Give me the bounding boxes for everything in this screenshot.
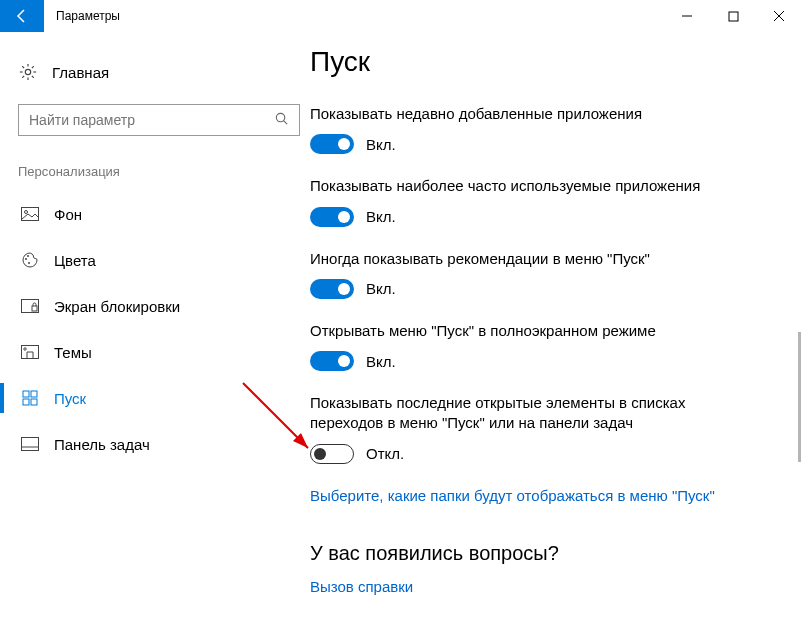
minimize-button[interactable] [664,0,710,32]
svg-rect-25 [31,391,37,397]
toggle-state-text: Откл. [366,445,404,462]
toggle-state-text: Вкл. [366,353,396,370]
sidebar-item-label: Экран блокировки [54,298,180,315]
svg-line-11 [22,76,24,78]
window-controls [664,0,802,32]
back-button[interactable] [0,0,44,32]
page-title: Пуск [310,46,772,78]
sidebar-item-label: Панель задач [54,436,150,453]
svg-point-19 [28,262,30,264]
sidebar-item-label: Темы [54,344,92,361]
scrollbar-thumb[interactable] [798,332,801,462]
maximize-button[interactable] [710,0,756,32]
lockscreen-icon [20,296,40,316]
sidebar-item-taskbar[interactable]: Панель задач [18,421,310,467]
home-label: Главная [52,64,109,81]
toggle-switch[interactable] [310,279,354,299]
svg-point-23 [24,348,26,350]
palette-icon [20,250,40,270]
sidebar-item-start[interactable]: Пуск [18,375,310,421]
search-icon [274,111,289,130]
sidebar-item-label: Фон [54,206,82,223]
sidebar-nav: Фон Цвета Экран блокировки Темы [18,191,310,467]
sidebar-item-lockscreen[interactable]: Экран блокировки [18,283,310,329]
help-link[interactable]: Вызов справки [310,577,730,597]
toggle-switch[interactable] [310,351,354,371]
toggle-state-text: Вкл. [366,136,396,153]
sidebar-item-label: Пуск [54,390,86,407]
sidebar: Главная Персонализация Фон Цвета [0,32,310,627]
svg-line-12 [32,66,34,68]
setting-recent-apps: Показывать недавно добавленные приложени… [310,104,772,154]
setting-most-used-apps: Показывать наиболее часто используемые п… [310,176,772,226]
toggle-switch[interactable] [310,444,354,464]
toggle-switch[interactable] [310,207,354,227]
svg-line-14 [284,120,287,123]
setting-label: Показывать наиболее часто используемые п… [310,176,730,196]
svg-point-16 [25,211,28,214]
svg-point-13 [276,113,284,121]
sidebar-item-colors[interactable]: Цвета [18,237,310,283]
search-box[interactable] [18,104,300,136]
picture-icon [20,204,40,224]
sidebar-item-themes[interactable]: Темы [18,329,310,375]
window-title: Параметры [44,0,664,32]
close-button[interactable] [756,0,802,32]
setting-label: Открывать меню "Пуск" в полноэкранном ре… [310,321,730,341]
svg-rect-15 [22,208,39,221]
start-icon [20,388,40,408]
toggle-state-text: Вкл. [366,208,396,225]
search-input[interactable] [29,112,274,128]
svg-rect-28 [22,438,39,451]
gear-icon [18,62,38,82]
setting-label: Иногда показывать рекомендации в меню "П… [310,249,730,269]
sidebar-item-background[interactable]: Фон [18,191,310,237]
content-pane: Пуск Показывать недавно добавленные прил… [310,32,802,627]
toggle-state-text: Вкл. [366,280,396,297]
svg-line-10 [32,76,34,78]
svg-rect-26 [23,399,29,405]
home-button[interactable]: Главная [18,54,310,90]
svg-rect-24 [23,391,29,397]
svg-point-17 [25,258,27,260]
help-heading: У вас появились вопросы? [310,542,772,565]
choose-folders-link[interactable]: Выберите, какие папки будут отображаться… [310,486,730,506]
taskbar-icon [20,434,40,454]
setting-label: Показывать последние открытые элементы в… [310,393,730,434]
toggle-switch[interactable] [310,134,354,154]
svg-line-9 [22,66,24,68]
titlebar: Параметры [0,0,802,32]
svg-rect-21 [32,306,37,311]
svg-point-18 [27,255,29,257]
setting-fullscreen-start: Открывать меню "Пуск" в полноэкранном ре… [310,321,772,371]
section-label: Персонализация [18,164,310,179]
setting-suggestions: Иногда показывать рекомендации в меню "П… [310,249,772,299]
sidebar-item-label: Цвета [54,252,96,269]
svg-point-4 [25,69,30,74]
setting-label: Показывать недавно добавленные приложени… [310,104,730,124]
themes-icon [20,342,40,362]
setting-jumplists: Показывать последние открытые элементы в… [310,393,772,464]
svg-rect-27 [31,399,37,405]
svg-rect-1 [729,12,738,21]
